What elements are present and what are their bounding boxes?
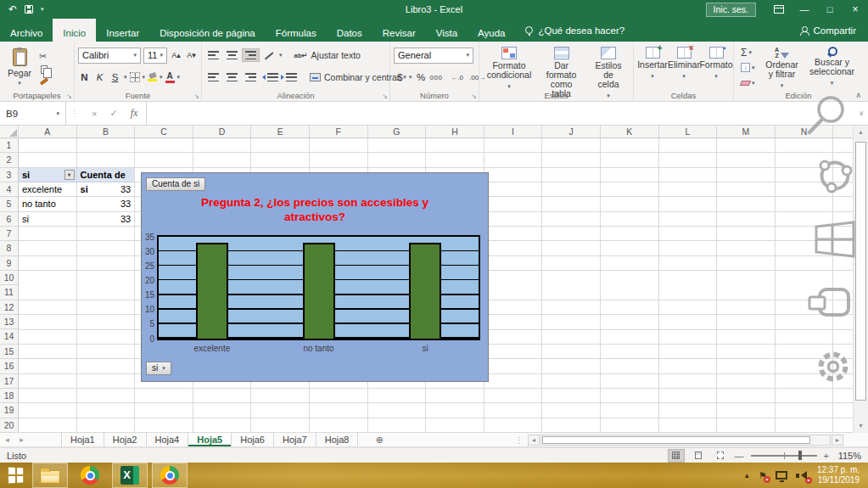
scroll-left-icon[interactable]: ◄ [528, 435, 540, 446]
chart-bar-no-tanto[interactable] [303, 243, 335, 339]
accept-icon[interactable]: ✓ [109, 108, 117, 119]
sheet-tab-hoja8[interactable]: Hoja8 [316, 433, 359, 446]
tray-expand-icon[interactable]: ▲ [743, 472, 750, 480]
sheet-nav-left-icon[interactable]: ◂ [0, 433, 14, 446]
close-button[interactable]: × [843, 0, 868, 19]
sort-filter-button[interactable]: AZ Ordenar y filtrar ▾ [759, 44, 806, 90]
column-header-j[interactable]: J [542, 126, 601, 137]
column-header-m[interactable]: M [717, 126, 776, 137]
row-header-8[interactable]: 8 [0, 241, 18, 255]
row-header-20[interactable]: 20 [0, 418, 18, 433]
cut-icon[interactable]: ✂ [39, 51, 48, 62]
tab-datos[interactable]: Datos [327, 19, 372, 42]
tab-vista[interactable]: Vista [426, 19, 468, 42]
tab-archivo[interactable]: Archivo [0, 19, 53, 42]
tab-disposición-de-página[interactable]: Disposición de página [149, 19, 266, 42]
fill-color-dropdown-icon[interactable]: ▾ [160, 74, 163, 81]
sign-in-button[interactable]: Inic. ses. [706, 3, 756, 17]
row-header-18[interactable]: 18 [0, 389, 18, 403]
row-header-3[interactable]: 3 [0, 168, 18, 182]
align-bottom-button[interactable] [243, 49, 259, 61]
comma-style-button[interactable]: 000 [430, 74, 443, 81]
currency-dropdown-icon[interactable]: ▾ [409, 74, 412, 81]
chart-title[interactable]: Pregunta 2, ¿los precios son accesibles … [174, 195, 456, 224]
pivot-value-header-cell[interactable]: Cuenta de si [77, 168, 136, 182]
sheet-tab-hoja2[interactable]: Hoja2 [104, 433, 147, 446]
pivot-filter-header-cell[interactable]: si ▾ [19, 168, 77, 182]
decrease-font-icon[interactable]: A▾ [185, 48, 198, 64]
tab-revisar[interactable]: Revisar [372, 19, 426, 42]
formula-input[interactable] [147, 102, 868, 125]
chart-axis-field-button[interactable]: si ▾ [146, 362, 171, 375]
font-color-button[interactable]: A [165, 72, 175, 83]
underline-dropdown-icon[interactable]: ▾ [124, 74, 127, 81]
zoom-in-button[interactable]: + [824, 451, 829, 461]
align-right-button[interactable] [243, 71, 259, 83]
dialog-launcher-icon[interactable]: ↘ [194, 93, 199, 100]
scroll-up-icon[interactable]: ▲ [854, 126, 868, 139]
italic-button[interactable]: K [93, 70, 106, 86]
share-button[interactable]: Compartir [788, 19, 868, 42]
pivot-value-cell[interactable]: 33 [77, 197, 136, 210]
column-header-b[interactable]: B [77, 126, 136, 137]
align-top-button[interactable] [205, 49, 221, 61]
conditional-formatting-button[interactable]: Formato condicional ▾ [483, 44, 535, 91]
page-layout-view-button[interactable] [691, 450, 706, 462]
sheet-tab-hoja4[interactable]: Hoja4 [147, 433, 189, 446]
scroll-right-icon[interactable]: ► [832, 435, 843, 446]
currency-button[interactable]: $ [394, 70, 406, 86]
column-header-e[interactable]: E [251, 126, 310, 137]
taskbar-app-chrome-2[interactable] [152, 463, 188, 488]
pivot-label-cell[interactable]: no tanto [19, 197, 77, 210]
number-format-combo[interactable]: General ▾ [394, 48, 473, 64]
increase-indent-button[interactable] [283, 71, 300, 83]
align-center-button[interactable] [224, 71, 240, 83]
search-charm-icon[interactable] [803, 90, 854, 141]
name-box[interactable]: B9 ▾ [0, 102, 66, 125]
font-name-combo[interactable]: Calibri ▾ [78, 48, 141, 64]
tab-inicio[interactable]: Inicio [53, 19, 96, 42]
tell-me-box[interactable]: ¿Qué desea hacer? [515, 19, 635, 42]
chart-value-field-button[interactable]: Cuenta de si [146, 177, 205, 191]
horizontal-scrollbar[interactable]: ◄ ► [528, 434, 843, 446]
zoom-slider[interactable] [751, 455, 817, 457]
formula-bar-expand-icon[interactable]: ∨ [859, 109, 864, 117]
column-header-k[interactable]: K [601, 126, 659, 137]
column-header-f[interactable]: F [310, 126, 368, 137]
orientation-button[interactable] [261, 49, 277, 62]
sheet-tab-hoja7[interactable]: Hoja7 [274, 433, 316, 446]
align-middle-button[interactable] [224, 49, 240, 61]
borders-dropdown-icon[interactable]: ▾ [143, 74, 146, 81]
delete-cells-button[interactable]: × Eliminar ▾ [668, 44, 700, 81]
page-break-view-button[interactable] [713, 450, 728, 462]
column-header-c[interactable]: C [135, 126, 193, 137]
zoom-slider-thumb[interactable] [798, 451, 802, 460]
action-center-icon[interactable]: ⚑ [759, 471, 767, 480]
filter-dropdown-icon[interactable]: ▾ [64, 170, 75, 180]
devices-charm-icon[interactable] [808, 287, 855, 321]
share-charm-icon[interactable] [815, 156, 855, 197]
column-header-h[interactable]: H [426, 126, 484, 137]
row-header-1[interactable]: 1 [0, 138, 18, 153]
format-painter-icon[interactable] [40, 77, 48, 85]
find-select-button[interactable]: Buscar y seleccionar ▾ [806, 44, 859, 90]
taskbar-clock[interactable]: 12:37 p. m. 19/11/2019 [817, 465, 860, 485]
sheet-tab-hoja5[interactable]: Hoja5 [188, 433, 232, 446]
row-header-12[interactable]: 12 [0, 300, 18, 315]
font-color-dropdown-icon[interactable]: ▾ [177, 74, 181, 81]
quick-access-dropdown-icon[interactable]: ▾ [41, 6, 44, 13]
increase-decimal-button[interactable]: ←.0 [449, 73, 465, 82]
copy-icon[interactable] [41, 65, 48, 74]
scroll-down-icon[interactable]: ▼ [854, 419, 868, 433]
tab-insertar[interactable]: Insertar [96, 19, 149, 42]
wrap-text-button[interactable]: ab↵ Ajustar texto [292, 45, 363, 65]
row-header-14[interactable]: 14 [0, 329, 18, 344]
pivot-chart[interactable]: Cuenta de si Pregunta 2, ¿los precios so… [141, 172, 489, 382]
bold-button[interactable]: N [78, 70, 91, 86]
dialog-launcher-icon[interactable]: ↘ [472, 93, 477, 100]
zoom-level[interactable]: 115% [836, 451, 861, 461]
row-header-4[interactable]: 4 [0, 182, 18, 197]
row-header-9[interactable]: 9 [0, 256, 18, 271]
column-header-l[interactable]: L [659, 126, 718, 137]
font-size-combo[interactable]: 11 ▾ [143, 48, 167, 64]
